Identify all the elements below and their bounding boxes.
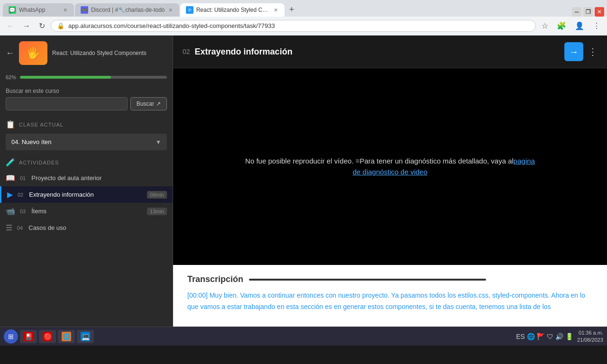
activity-number-03: 03 — [20, 209, 26, 214]
taskbar-system-icons: ES 🌐 🚩 🛡 🔊 🔋 — [516, 333, 573, 340]
search-row: Buscar ↗ — [6, 97, 167, 110]
language-indicator: ES — [516, 333, 525, 340]
tab-close-whatsapp[interactable]: × — [63, 6, 68, 14]
search-section: Buscar en este curso Buscar ↗ — [0, 84, 173, 114]
back-button[interactable]: ← — [4, 20, 17, 32]
transcript-title-text: Transcripción — [187, 274, 243, 284]
browser-chrome: 💬 WhatsApp × 🎮 Discord | #🔧charlas-de-to… — [0, 0, 607, 36]
current-class-item[interactable]: 04. Nuevo íten ▼ — [6, 134, 167, 150]
next-lesson-button[interactable]: → — [564, 42, 583, 61]
transcript-title: Transcripción — [187, 274, 593, 284]
video-area: No fue posible reproducir el vídeo. =Par… — [173, 68, 607, 265]
sidebar: ← 🖐 React: Utilizando Styled Components … — [0, 36, 173, 327]
external-link-icon: ↗ — [156, 100, 161, 107]
activity-number-04: 04 — [17, 225, 23, 231]
new-tab-button[interactable]: + — [285, 3, 298, 17]
activity-name-04: Casos de uso — [28, 224, 167, 231]
progress-section: 62% — [0, 71, 173, 84]
profile-button[interactable]: 👤 — [572, 19, 587, 32]
activities-label: ACTIVIDADES — [19, 160, 59, 165]
activity-number-02: 02 — [18, 192, 23, 198]
bookmark-button[interactable]: ☆ — [539, 19, 551, 32]
progress-bar — [20, 76, 167, 79]
tab-discord[interactable]: 🎮 Discord | #🔧charlas-de-todo × — [75, 3, 179, 17]
current-class-icon: 📋 — [6, 120, 15, 129]
transcript-divider — [249, 279, 486, 281]
play-icon: ▶ — [7, 190, 13, 199]
activity-name-03: Ítems — [31, 208, 142, 215]
video-header-right: → ⋮ — [564, 42, 598, 61]
taskbar-time: 01:36 a.m. 21/08/2023 — [577, 329, 603, 343]
start-button[interactable]: ⊞ — [4, 329, 18, 344]
activity-duration-03: 13min — [147, 208, 167, 215]
tab-bar: 💬 WhatsApp × 🎮 Discord | #🔧charlas-de-to… — [0, 0, 607, 17]
activity-item-02[interactable]: ▶ 02 Extrayendo información 08min — [0, 186, 173, 203]
lesson-number: 02 — [183, 48, 190, 55]
address-text: app.aluracursos.com/course/react-utiliza… — [68, 22, 275, 29]
tab-close-react[interactable]: × — [273, 6, 279, 14]
taskbar-app-vscode[interactable]: 💻 — [77, 330, 94, 343]
maximize-button[interactable]: ❐ — [583, 7, 593, 17]
video-error-text: No fue posible reproducir el vídeo. =Par… — [243, 156, 537, 177]
taskbar: ⊞ 🎴 🔴 🌐 💻 ES 🌐 🚩 🛡 🔊 🔋 01:36 a.m. 21/08/… — [0, 327, 607, 346]
main-content: 02 Extrayendo información → ⋮ No fue pos… — [173, 36, 607, 327]
network-icon: 🌐 — [527, 333, 535, 340]
progress-label: 62% — [6, 74, 16, 80]
search-button[interactable]: Buscar ↗ — [130, 97, 167, 110]
poker-icon: 🔴 — [43, 332, 52, 341]
vscode-icon: 💻 — [81, 332, 90, 341]
address-bar[interactable]: 🔒 app.aluracursos.com/course/react-utili… — [51, 20, 536, 32]
search-label: Buscar en este curso — [6, 88, 167, 94]
minimize-button[interactable]: ─ — [572, 7, 581, 17]
book-icon: 📖 — [6, 173, 15, 182]
taskbar-app-poker[interactable]: 🔴 — [39, 330, 56, 343]
activity-item-01[interactable]: 📖 01 Proyecto del aula anterior — [0, 170, 173, 186]
lesson-title: Extrayendo información — [195, 47, 293, 57]
menu-button[interactable]: ⋮ — [590, 19, 603, 32]
current-class-section-header: 📋 CLASE ACTUAL — [0, 114, 173, 132]
app-container: ← 🖐 React: Utilizando Styled Components … — [0, 36, 607, 327]
browser-controls: ← → ↻ 🔒 app.aluracursos.com/course/react… — [0, 17, 607, 36]
list-icon: ☰ — [6, 223, 12, 232]
taskbar-app-chrome[interactable]: 🌐 — [58, 330, 75, 343]
search-input[interactable] — [6, 97, 128, 110]
activity-item-03[interactable]: 📹 03 Ítems 13min — [0, 203, 173, 219]
flag-icon: 🚩 — [537, 333, 545, 340]
search-button-label: Buscar — [137, 100, 154, 107]
activity-name-01: Proyecto del aula anterior — [31, 174, 167, 182]
next-lesson-icon: → — [569, 46, 579, 57]
current-class-label: CLASE ACTUAL — [19, 122, 64, 127]
transcript-text: [00:00] Muy bien. Vamos a continuar ento… — [187, 290, 593, 313]
window-controls: ─ ❐ ✕ — [572, 7, 604, 17]
reload-button[interactable]: ↻ — [36, 19, 48, 32]
clock-date: 21/08/2023 — [577, 337, 603, 343]
activity-duration-02: 08min — [147, 191, 167, 199]
tab-whatsapp[interactable]: 💬 WhatsApp × — [3, 3, 74, 17]
chevron-down-icon: ▼ — [156, 139, 161, 146]
more-options-button[interactable]: ⋮ — [588, 46, 598, 57]
taskbar-app-solitaire[interactable]: 🎴 — [20, 330, 37, 343]
video-error-message: No fue posible reproducir el vídeo. =Par… — [224, 137, 556, 196]
progress-fill — [20, 76, 111, 79]
transcript-section: Transcripción [00:00] Muy bien. Vamos a … — [173, 265, 607, 327]
tab-close-discord[interactable]: × — [168, 6, 174, 14]
activity-item-04[interactable]: ☰ 04 Casos de uso — [0, 219, 173, 236]
video-header-left: 02 Extrayendo información — [183, 47, 293, 57]
tab-title-discord: Discord | #🔧charlas-de-todo — [91, 7, 165, 13]
activities-icon: 🧪 — [6, 158, 15, 167]
volume-icon: 🔊 — [555, 333, 563, 340]
chrome-icon: 🌐 — [62, 332, 71, 341]
video-header: 02 Extrayendo información → ⋮ — [173, 36, 607, 68]
forward-button[interactable]: → — [20, 20, 33, 32]
extension-button[interactable]: 🧩 — [554, 19, 569, 32]
sidebar-header: ← 🖐 React: Utilizando Styled Components — [0, 36, 173, 71]
taskbar-right: ES 🌐 🚩 🛡 🔊 🔋 01:36 a.m. 21/08/2023 — [516, 329, 603, 343]
tab-react[interactable]: ⚛ React: Utilizando Styled Compon… × — [180, 3, 285, 17]
sidebar-back-button[interactable]: ← — [6, 48, 14, 58]
course-title: React: Utilizando Styled Components — [52, 49, 147, 57]
course-logo: 🖐 — [19, 41, 47, 65]
clock-time: 01:36 a.m. — [577, 329, 603, 336]
close-button[interactable]: ✕ — [595, 7, 604, 17]
activity-name-02: Extrayendo información — [29, 191, 142, 198]
shield-icon: 🛡 — [547, 333, 553, 340]
